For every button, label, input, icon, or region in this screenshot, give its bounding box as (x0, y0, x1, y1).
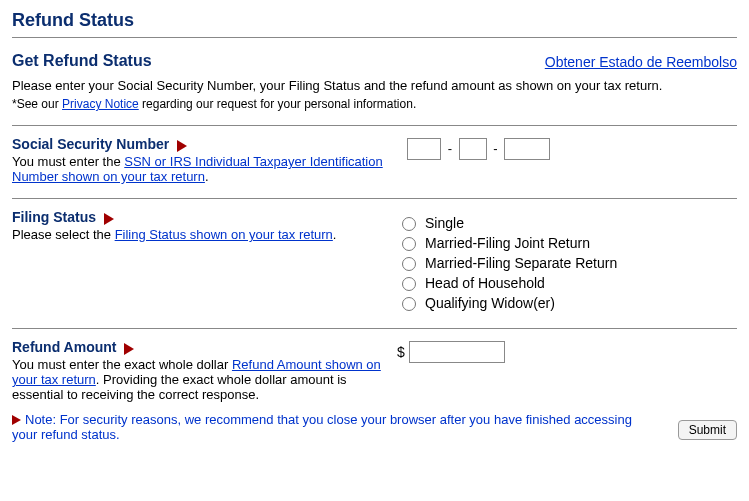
filing-label: Filing Status (12, 209, 96, 225)
privacy-line: *See our Privacy Notice regarding our re… (12, 97, 737, 111)
filing-radio-widow[interactable] (402, 297, 416, 311)
ssn-part-2-input[interactable] (459, 138, 487, 160)
note-icon (12, 415, 21, 425)
ssn-dash: - (448, 141, 452, 156)
filing-option-label: Married-Filing Joint Return (425, 235, 590, 251)
amount-block: Refund Amount You must enter the exact w… (12, 339, 737, 402)
privacy-notice-link[interactable]: Privacy Notice (62, 97, 139, 111)
divider (12, 198, 737, 199)
section-title: Get Refund Status (12, 52, 152, 70)
filing-radio-married-joint[interactable] (402, 237, 416, 251)
security-note: Note: For security reasons, we recommend… (12, 412, 648, 442)
ssn-helper: You must enter the SSN or IRS Individual… (12, 154, 387, 184)
privacy-suffix: regarding our request for your personal … (139, 97, 416, 111)
divider (12, 125, 737, 126)
ssn-part-1-input[interactable] (407, 138, 441, 160)
filing-radio-head-household[interactable] (402, 277, 416, 291)
filing-block: Filing Status Please select the Filing S… (12, 209, 737, 314)
required-icon (104, 213, 114, 225)
required-icon (124, 343, 134, 355)
filing-helper-prefix: Please select the (12, 227, 115, 242)
amount-helper: You must enter the exact whole dollar Re… (12, 357, 387, 402)
filing-options: Single Married-Filing Joint Return Marri… (397, 209, 737, 314)
ssn-helper-prefix: You must enter the (12, 154, 124, 169)
security-note-text: Note: For security reasons, we recommend… (12, 412, 632, 442)
ssn-block: Social Security Number You must enter th… (12, 136, 737, 184)
amount-helper-prefix: You must enter the exact whole dollar (12, 357, 232, 372)
filing-radio-single[interactable] (402, 217, 416, 231)
divider (12, 328, 737, 329)
ssn-label: Social Security Number (12, 136, 169, 152)
filing-helper-suffix: . (333, 227, 337, 242)
divider (12, 37, 737, 38)
privacy-prefix: *See our (12, 97, 62, 111)
filing-option-label: Head of Household (425, 275, 545, 291)
filing-option-label: Single (425, 215, 464, 231)
ssn-part-3-input[interactable] (504, 138, 550, 160)
filing-option-label: Married-Filing Separate Return (425, 255, 617, 271)
filing-radio-married-separate[interactable] (402, 257, 416, 271)
intro-text: Please enter your Social Security Number… (12, 78, 737, 93)
submit-button[interactable]: Submit (678, 420, 737, 440)
ssn-dash: - (493, 141, 497, 156)
filing-helper-link[interactable]: Filing Status shown on your tax return (115, 227, 333, 242)
spanish-link[interactable]: Obtener Estado de Reembolso (545, 54, 737, 70)
currency-symbol: $ (397, 344, 405, 360)
ssn-helper-suffix: . (205, 169, 209, 184)
page-title: Refund Status (12, 10, 737, 31)
filing-option-label: Qualifying Widow(er) (425, 295, 555, 311)
required-icon (177, 140, 187, 152)
amount-label: Refund Amount (12, 339, 116, 355)
filing-helper: Please select the Filing Status shown on… (12, 227, 387, 242)
refund-amount-input[interactable] (409, 341, 505, 363)
